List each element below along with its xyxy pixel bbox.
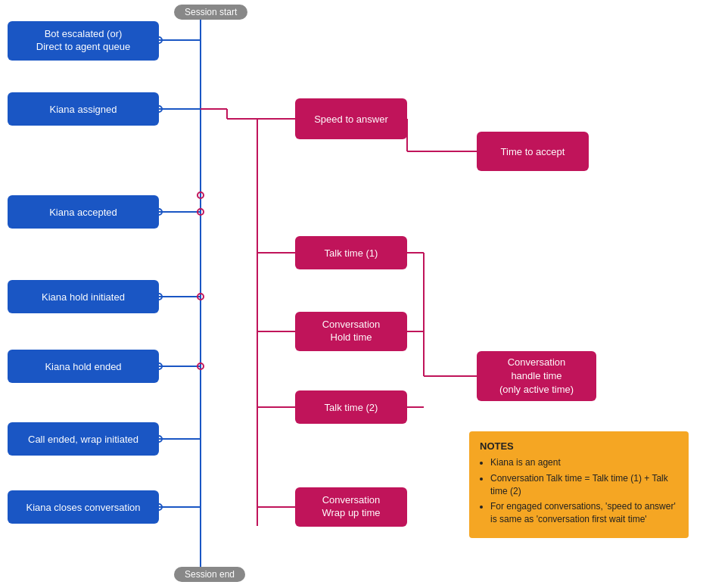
- conversation-handle-time-box: Conversation handle time (only active ti…: [477, 351, 596, 401]
- call-ended-wrap-box: Call ended, wrap initiated: [8, 422, 159, 456]
- speed-to-answer-box: Speed to answer: [295, 98, 407, 139]
- conversation-hold-time-box: Conversation Hold time: [295, 312, 407, 351]
- svg-point-18: [198, 294, 204, 300]
- kiana-hold-ended-box: Kiana hold ended: [8, 350, 159, 383]
- talk-time-1-box: Talk time (1): [295, 236, 407, 269]
- conversation-wrap-up-box: Conversation Wrap up time: [295, 487, 407, 527]
- notes-title: NOTES: [480, 440, 678, 452]
- svg-point-12: [198, 192, 204, 198]
- session-start-pill: Session start: [174, 5, 247, 20]
- svg-point-13: [198, 209, 204, 215]
- note-item-3: For engaged conversations, 'speed to ans…: [490, 500, 678, 526]
- svg-point-22: [198, 363, 204, 369]
- kiana-accepted-box: Kiana accepted: [8, 195, 159, 229]
- bot-escalated-box: Bot escalated (or) Direct to agent queue: [8, 21, 159, 61]
- notes-box: NOTES Kiana is an agent Conversation Tal…: [469, 431, 689, 538]
- note-item-1: Kiana is an agent: [490, 456, 678, 469]
- talk-time-2-box: Talk time (2): [295, 390, 407, 424]
- kiana-assigned-box: Kiana assigned: [8, 92, 159, 126]
- time-to-accept-box: Time to accept: [477, 132, 589, 171]
- kiana-closes-box: Kiana closes conversation: [8, 490, 159, 524]
- session-end-pill: Session end: [174, 567, 245, 582]
- notes-list: Kiana is an agent Conversation Talk time…: [480, 456, 678, 526]
- note-item-2: Conversation Talk time = Talk time (1) +…: [490, 472, 678, 498]
- kiana-hold-initiated-box: Kiana hold initiated: [8, 280, 159, 313]
- diagram-container: Session start Session end Bot escalated …: [0, 0, 703, 588]
